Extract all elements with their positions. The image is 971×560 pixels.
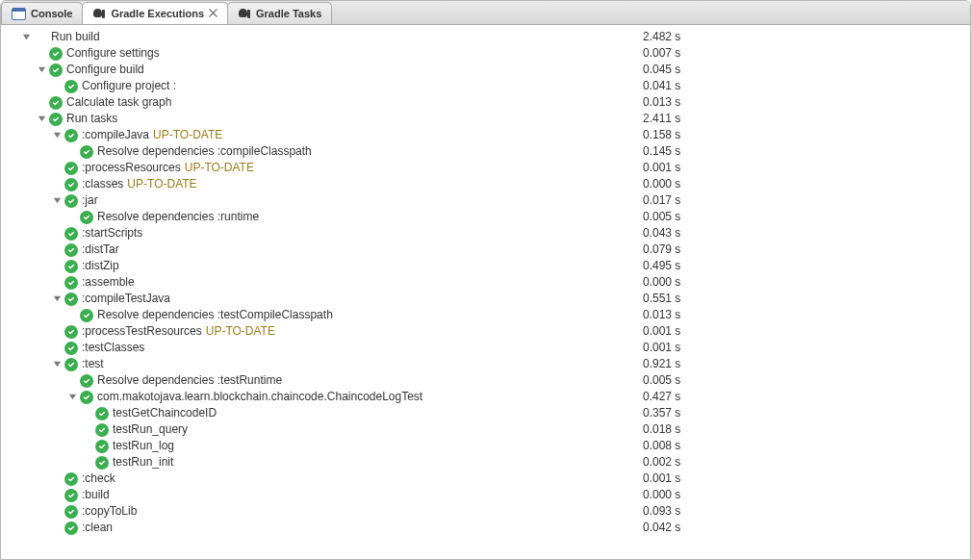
tab-gradle-exec[interactable]: Gradle Executions (82, 2, 228, 24)
status-up-to-date: UP-TO-DATE (185, 160, 254, 176)
disclosure-open-icon[interactable] (18, 30, 34, 45)
tree-row[interactable]: :build0.000 s (1, 487, 970, 503)
duration: 0.000 s (643, 176, 970, 192)
status-success-icon (64, 260, 78, 273)
disclosure-open-icon[interactable] (34, 112, 49, 127)
tree-row[interactable]: testRun_log0.008 s (1, 438, 970, 454)
duration: 2.411 s (643, 111, 970, 127)
console-icon (12, 8, 26, 20)
tree-row[interactable]: com.makotojava.learn.blockchain.chaincod… (1, 389, 970, 405)
gradle-executions-view: ConsoleGradle ExecutionsGradle Tasks Run… (0, 0, 971, 560)
duration: 0.043 s (643, 225, 970, 242)
status-up-to-date: UP-TO-DATE (127, 176, 196, 192)
tree-row[interactable]: Resolve dependencies :testRuntime0.005 s (1, 372, 970, 389)
disclosure-open-icon[interactable] (34, 63, 49, 78)
duration: 0.093 s (643, 503, 970, 520)
tree-row[interactable]: :processResourcesUP-TO-DATE0.001 s (1, 160, 970, 176)
tree-row[interactable]: Configure settings0.007 s (1, 45, 970, 62)
tree-row-label: :clean (82, 520, 113, 536)
tree-row[interactable]: Configure project :0.041 s (1, 78, 970, 94)
tab-bar: ConsoleGradle ExecutionsGradle Tasks (1, 1, 970, 25)
tree-row[interactable]: :copyToLib0.093 s (1, 503, 970, 520)
tree-row[interactable]: testRun_query0.018 s (1, 421, 970, 438)
tab-label: Gradle Tasks (256, 8, 321, 19)
tree-row[interactable]: :check0.001 s (1, 471, 970, 487)
tree-row[interactable]: :distZip0.495 s (1, 258, 970, 274)
tree-row[interactable]: :test0.921 s (1, 356, 970, 372)
status-up-to-date: UP-TO-DATE (153, 127, 222, 143)
tree-row[interactable]: :classesUP-TO-DATE0.000 s (1, 176, 970, 192)
tree-row-label: :processResources (82, 160, 181, 176)
status-success-icon (49, 64, 63, 77)
status-success-icon (64, 227, 78, 241)
tree-row[interactable]: :processTestResourcesUP-TO-DATE0.001 s (1, 323, 970, 340)
duration: 0.079 s (643, 242, 970, 258)
tree-row[interactable]: :assemble0.000 s (1, 274, 970, 291)
svg-marker-16 (53, 296, 60, 301)
disclosure-open-icon[interactable] (49, 128, 64, 143)
duration: 0.005 s (643, 372, 970, 389)
execution-tree: Run build2.482 sConfigure settings0.007 … (1, 25, 970, 560)
tab-label: Gradle Executions (111, 8, 204, 19)
svg-marker-2 (38, 67, 44, 72)
tree-row-label: :check (82, 471, 115, 487)
status-success-icon (64, 472, 78, 486)
tree-row-label: com.makotojava.learn.blockchain.chaincod… (97, 389, 422, 405)
svg-marker-0 (22, 35, 29, 39)
status-success-icon (80, 211, 93, 224)
tree-row[interactable]: Resolve dependencies :compileClasspath0.… (1, 143, 970, 160)
tree-row[interactable]: :distTar0.079 s (1, 242, 970, 258)
gradle-elephant-icon (92, 8, 106, 19)
close-icon[interactable] (209, 9, 217, 19)
tree-row[interactable]: Run tasks2.411 s (1, 111, 970, 127)
status-success-icon (80, 145, 93, 159)
tree-row-label: Resolve dependencies :testCompileClasspa… (97, 307, 333, 323)
tree-row-label: Resolve dependencies :testRuntime (97, 372, 282, 389)
status-success-icon (95, 407, 109, 420)
tree-row-label: Configure project : (82, 78, 176, 94)
disclosure-open-icon[interactable] (64, 390, 80, 405)
tab-gradle-tasks[interactable]: Gradle Tasks (227, 2, 332, 24)
duration: 0.005 s (643, 209, 970, 225)
status-success-icon (64, 293, 78, 306)
tree-row[interactable]: :testClasses0.001 s (1, 340, 970, 356)
tree-row[interactable]: testRun_init0.002 s (1, 454, 970, 471)
tree-row[interactable]: Calculate task graph0.013 s (1, 94, 970, 111)
tree-row-label: testRun_log (113, 438, 174, 454)
tree-row-label: :distTar (82, 242, 119, 258)
tree-row[interactable]: :compileJavaUP-TO-DATE0.158 s (1, 127, 970, 143)
status-success-icon (64, 325, 78, 339)
tree-row-label: :processTestResources (82, 323, 202, 340)
tree-row[interactable]: :clean0.042 s (1, 520, 970, 536)
tree-row[interactable]: Configure build0.045 s (1, 62, 970, 78)
tree-row[interactable]: :compileTestJava0.551 s (1, 291, 970, 307)
tree-row-label: :classes (82, 176, 123, 192)
tree-row[interactable]: :jar0.017 s (1, 192, 970, 209)
tree-row-label: :test (82, 356, 104, 372)
disclosure-open-icon[interactable] (49, 357, 64, 372)
status-success-icon (64, 162, 78, 175)
duration: 0.001 s (643, 340, 970, 356)
tree-row[interactable]: :startScripts0.043 s (1, 225, 970, 242)
tree-row[interactable]: Resolve dependencies :runtime0.005 s (1, 209, 970, 225)
tree-row[interactable]: testGetChaincodeID0.357 s (1, 405, 970, 421)
disclosure-open-icon[interactable] (49, 292, 64, 307)
tab-console[interactable]: Console (1, 2, 83, 24)
tree-row-label: :copyToLib (82, 503, 137, 520)
tree-row[interactable]: Resolve dependencies :testCompileClasspa… (1, 307, 970, 323)
tree-row[interactable]: Run build2.482 s (1, 29, 970, 45)
duration: 0.427 s (643, 389, 970, 405)
tree-row-label: Resolve dependencies :runtime (97, 209, 259, 225)
status-success-icon (64, 342, 78, 355)
duration: 0.018 s (643, 421, 970, 438)
tree-row-label: Calculate task graph (66, 94, 171, 111)
duration: 0.145 s (643, 143, 970, 160)
disclosure-open-icon[interactable] (49, 193, 64, 209)
svg-marker-22 (68, 395, 75, 399)
status-success-icon (64, 80, 78, 93)
status-success-icon (64, 129, 78, 142)
svg-marker-20 (53, 362, 60, 367)
tree-row-label: Configure build (66, 62, 144, 78)
status-success-icon (95, 456, 109, 470)
tree-row-label: :distZip (82, 258, 119, 274)
